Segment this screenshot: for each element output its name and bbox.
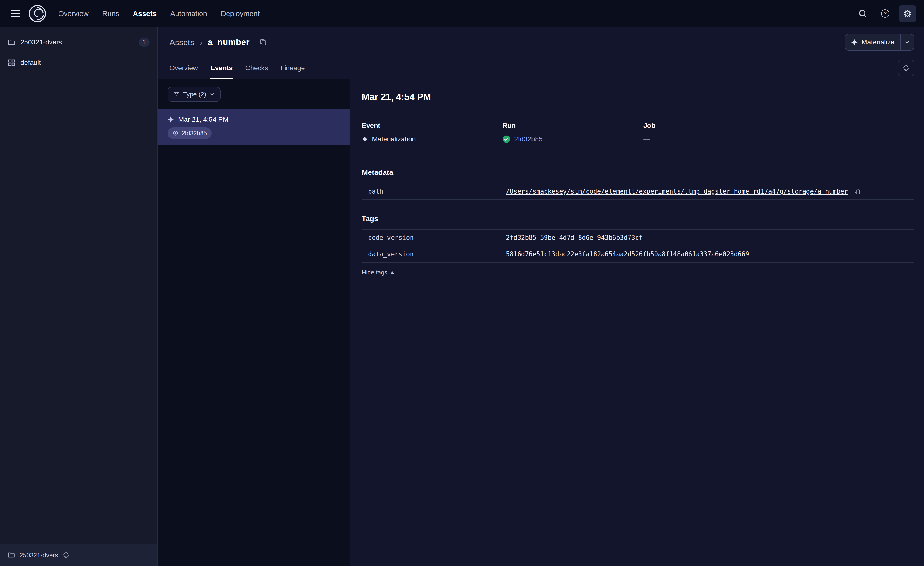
run-id-link[interactable]: 2fd32b85	[514, 135, 543, 143]
event-run-chip: 2fd32b85	[168, 127, 212, 139]
run-status-icon	[172, 130, 178, 136]
asset-header: Assets › a_number Ma	[158, 27, 924, 79]
search-button[interactable]	[854, 5, 872, 23]
breadcrumb-separator: ›	[200, 38, 202, 47]
table-row: code_version 2fd32b85-59be-4d7d-8d6e-943…	[362, 229, 914, 246]
sidebar-group-label: 250321-dvers	[20, 38, 62, 46]
sidebar-footer-label: 250321-dvers	[20, 551, 58, 559]
metadata-section: Metadata path /Users/smackesey/stm/code/…	[362, 169, 914, 200]
folder-icon	[8, 38, 15, 46]
search-icon	[858, 9, 867, 18]
metadata-path-link[interactable]: /Users/smackesey/stm/code/elementl/exper…	[506, 188, 848, 195]
materialize-split-button: Materialize	[844, 34, 914, 51]
job-value: —	[644, 135, 650, 143]
settings-button[interactable]: ⚙	[899, 5, 916, 23]
materialize-button[interactable]: Materialize	[845, 35, 900, 50]
metadata-heading: Metadata	[362, 169, 914, 177]
materialize-label: Materialize	[862, 38, 894, 46]
nav-links: Overview Runs Assets Automation Deployme…	[58, 9, 260, 18]
refresh-icon	[902, 65, 910, 72]
sidebar-item-label: default	[20, 59, 41, 66]
copy-icon	[260, 39, 267, 46]
table-row: data_version 5816d76e51c13dac22e3fa182a6…	[362, 246, 914, 262]
dagster-logo-icon[interactable]	[28, 5, 46, 23]
sidebar-group-row[interactable]: 250321-dvers 1	[0, 32, 158, 53]
event-list-panel: Type (2) Mar 21, 4:54 PM	[158, 79, 350, 566]
chevron-down-icon	[210, 92, 215, 97]
tag-key: data_version	[362, 246, 500, 262]
sidebar-item-default[interactable]: default	[0, 53, 158, 73]
event-column-label: Event	[362, 122, 502, 129]
nav-item-assets[interactable]: Assets	[133, 9, 157, 18]
hide-tags-label: Hide tags	[362, 269, 387, 276]
event-type-filter[interactable]: Type (2)	[168, 87, 220, 102]
nav-item-deployment[interactable]: Deployment	[220, 9, 260, 18]
breadcrumb: Assets › a_number	[170, 37, 267, 47]
copy-asset-name-button[interactable]	[260, 39, 267, 46]
chevron-down-icon	[904, 39, 910, 45]
hamburger-menu-icon[interactable]	[10, 10, 20, 17]
event-detail-title: Mar 21, 4:54 PM	[362, 92, 914, 102]
filter-icon	[173, 91, 180, 98]
job-column-label: Job	[644, 122, 784, 129]
asset-group-icon	[8, 59, 15, 66]
asset-sidebar: 250321-dvers 1 default 250321-dvers	[0, 27, 158, 566]
tag-key: code_version	[362, 229, 500, 246]
event-run-id: 2fd32b85	[182, 130, 207, 137]
sidebar-group-count-badge: 1	[139, 38, 150, 47]
materialization-icon	[362, 136, 368, 142]
materialize-dropdown-button[interactable]	[900, 35, 914, 50]
help-button[interactable]: ?	[876, 5, 894, 23]
tag-value: 5816d76e51c13dac22e3fa182a654aa2d526fb50…	[500, 246, 914, 262]
breadcrumb-assets-link[interactable]: Assets	[170, 38, 194, 47]
tab-overview[interactable]: Overview	[170, 57, 198, 79]
materialization-icon	[168, 116, 174, 123]
tab-checks[interactable]: Checks	[246, 57, 268, 79]
top-nav: Overview Runs Assets Automation Deployme…	[0, 0, 924, 27]
tab-events[interactable]: Events	[210, 57, 233, 79]
hide-tags-toggle[interactable]: Hide tags	[362, 269, 394, 276]
nav-item-automation[interactable]: Automation	[170, 9, 207, 18]
sparkle-icon	[851, 39, 858, 46]
nav-item-runs[interactable]: Runs	[102, 9, 119, 18]
tags-section: Tags code_version 2fd32b85-59be-4d7d-8d6…	[362, 214, 914, 277]
tab-lineage[interactable]: Lineage	[280, 57, 305, 79]
table-row: path /Users/smackesey/stm/code/elementl/…	[362, 183, 914, 200]
page-title: a_number	[208, 37, 249, 47]
folder-icon	[8, 551, 15, 559]
metadata-table: path /Users/smackesey/stm/code/elementl/…	[362, 183, 914, 200]
metadata-key: path	[362, 183, 500, 200]
sidebar-footer: 250321-dvers	[0, 543, 158, 566]
copy-path-button[interactable]	[854, 188, 861, 195]
caret-up-icon	[390, 271, 394, 274]
event-timestamp: Mar 21, 4:54 PM	[178, 116, 228, 123]
filter-label: Type (2)	[183, 90, 206, 98]
event-type-value: Materialization	[372, 135, 416, 143]
run-column-label: Run	[502, 122, 644, 129]
refresh-button[interactable]	[898, 60, 914, 76]
nav-item-overview[interactable]: Overview	[58, 9, 88, 18]
nav-right-actions: ? ⚙	[854, 5, 916, 23]
asset-tabs: Overview Events Checks Lineage	[170, 57, 914, 79]
success-check-icon	[502, 135, 510, 143]
tags-table: code_version 2fd32b85-59be-4d7d-8d6e-943…	[362, 229, 914, 263]
reload-location-icon[interactable]	[62, 551, 70, 559]
copy-icon	[854, 188, 861, 195]
gear-icon: ⚙	[903, 9, 912, 18]
event-detail-panel: Mar 21, 4:54 PM Event Materialization Ru…	[350, 79, 924, 566]
help-icon: ?	[881, 9, 889, 18]
tag-value: 2fd32b85-59be-4d7d-8d6e-943b6b3d73cf	[500, 229, 914, 246]
event-list-item[interactable]: Mar 21, 4:54 PM 2fd32b85	[158, 109, 350, 145]
tags-heading: Tags	[362, 214, 914, 223]
